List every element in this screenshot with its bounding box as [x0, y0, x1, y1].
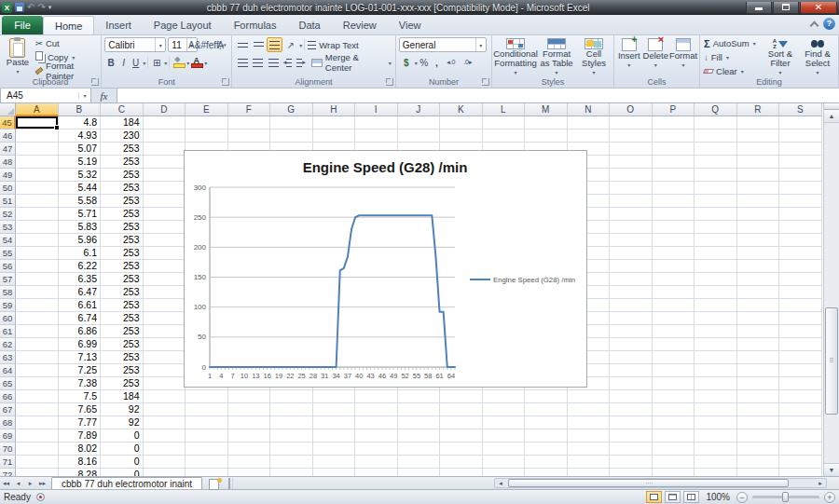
column-header-C[interactable]: C [101, 103, 144, 116]
last-sheet-icon[interactable]: ▸▸ [36, 478, 48, 489]
tab-view[interactable]: View [388, 16, 433, 34]
row-header-58[interactable]: 58 [0, 286, 16, 299]
cell-D45[interactable] [144, 116, 186, 129]
cell-L70[interactable] [483, 443, 526, 456]
cell-G66[interactable] [270, 390, 313, 403]
cell-O71[interactable] [610, 456, 653, 469]
cell-P57[interactable] [653, 273, 695, 286]
cell-M45[interactable] [525, 116, 568, 129]
row-header-55[interactable]: 55 [0, 247, 16, 260]
cell-C66[interactable]: 184 [101, 390, 144, 403]
cell-F69[interactable] [228, 429, 271, 443]
cell-P55[interactable] [653, 247, 695, 260]
cell-O72[interactable] [610, 469, 653, 476]
cell-A62[interactable] [16, 338, 59, 351]
cell-B52[interactable]: 5.71 [59, 208, 102, 221]
cell-O50[interactable] [610, 182, 653, 195]
select-all-corner[interactable] [0, 103, 16, 116]
column-header-D[interactable]: D [144, 103, 186, 116]
cell-D67[interactable] [144, 403, 186, 416]
cell-N71[interactable] [568, 456, 611, 469]
cell-R45[interactable] [737, 116, 780, 129]
cell-A45[interactable] [16, 116, 59, 129]
cell-P68[interactable] [653, 416, 695, 429]
cell-D52[interactable] [144, 208, 186, 221]
cell-R48[interactable] [737, 156, 780, 169]
cell-J68[interactable] [398, 416, 441, 429]
cell-G71[interactable] [270, 456, 313, 469]
italic-button[interactable]: I [117, 55, 130, 70]
cell-R72[interactable] [737, 469, 780, 476]
cell-F70[interactable] [228, 443, 271, 456]
cell-R54[interactable] [737, 234, 780, 247]
cell-J69[interactable] [398, 429, 441, 443]
cell-M69[interactable] [525, 429, 568, 443]
cell-Q51[interactable] [695, 195, 737, 208]
cell-N69[interactable] [568, 429, 611, 443]
cell-D71[interactable] [144, 456, 186, 469]
cell-D68[interactable] [144, 416, 186, 429]
column-header-N[interactable]: N [568, 103, 611, 116]
cell-Q54[interactable] [695, 234, 737, 247]
decrease-decimal-button[interactable]: .0▸ [460, 55, 476, 70]
cell-J45[interactable] [398, 116, 441, 129]
page-break-view-button[interactable] [683, 491, 699, 503]
cell-O69[interactable] [610, 429, 653, 443]
name-box-dropdown-icon[interactable]: ▾ [78, 92, 90, 99]
row-header-63[interactable]: 63 [0, 351, 16, 364]
format-as-table-button[interactable]: Format as Table▾ [538, 37, 575, 77]
cell-B69[interactable]: 7.89 [59, 429, 102, 443]
grow-font-button[interactable]: A&#feff;▴ [199, 37, 213, 52]
merge-center-button[interactable]: Merge & Center▾ [310, 56, 392, 69]
row-header-50[interactable]: 50 [0, 182, 16, 195]
cell-A57[interactable] [16, 273, 59, 286]
cell-P47[interactable] [653, 143, 695, 156]
tab-page-layout[interactable]: Page Layout [143, 16, 223, 34]
cell-A61[interactable] [16, 325, 59, 338]
cell-P67[interactable] [653, 403, 695, 416]
font-color-button[interactable]: A [189, 55, 203, 70]
cell-A71[interactable] [16, 456, 59, 469]
cell-P58[interactable] [653, 286, 695, 299]
format-painter-button[interactable]: Format Painter [34, 64, 98, 77]
row-header-71[interactable]: 71 [0, 456, 16, 469]
cell-C63[interactable]: 253 [101, 351, 144, 364]
cell-S60[interactable] [779, 312, 822, 325]
cell-I71[interactable] [355, 456, 398, 469]
cell-H70[interactable] [313, 443, 356, 456]
cell-B65[interactable]: 7.38 [59, 377, 102, 390]
cell-O45[interactable] [610, 116, 653, 129]
cell-F68[interactable] [228, 416, 271, 429]
cell-I46[interactable] [355, 129, 398, 143]
cell-D57[interactable] [144, 273, 186, 286]
cell-S58[interactable] [779, 286, 822, 299]
cell-C46[interactable]: 230 [101, 129, 144, 143]
cell-D49[interactable] [144, 169, 186, 182]
cell-P51[interactable] [653, 195, 695, 208]
cell-L66[interactable] [483, 390, 526, 403]
cell-H67[interactable] [313, 403, 356, 416]
cell-C49[interactable]: 253 [101, 169, 144, 182]
restore-button[interactable] [773, 2, 799, 14]
cell-R46[interactable] [737, 129, 780, 143]
cell-P48[interactable] [653, 156, 695, 169]
cell-S61[interactable] [779, 325, 822, 338]
cell-S56[interactable] [779, 260, 822, 273]
cell-Q65[interactable] [695, 377, 737, 390]
cell-R55[interactable] [737, 247, 780, 260]
cell-P56[interactable] [653, 260, 695, 273]
cell-Q58[interactable] [695, 286, 737, 299]
number-format-combo[interactable]: General▾ [399, 37, 487, 52]
redo-icon[interactable]: ↷ [37, 3, 45, 12]
cell-D60[interactable] [144, 312, 186, 325]
cell-L67[interactable] [483, 403, 526, 416]
embedded-chart[interactable]: 0501001502002503001471013161922252831343… [184, 150, 587, 388]
formula-input[interactable] [117, 89, 839, 102]
font-name-combo[interactable]: Calibri▾ [104, 37, 166, 52]
cell-P63[interactable] [653, 351, 695, 364]
cell-C54[interactable]: 253 [101, 234, 144, 247]
cell-S59[interactable] [779, 299, 822, 312]
cell-S68[interactable] [779, 416, 822, 429]
cell-O55[interactable] [610, 247, 653, 260]
cell-B46[interactable]: 4.93 [59, 129, 102, 143]
